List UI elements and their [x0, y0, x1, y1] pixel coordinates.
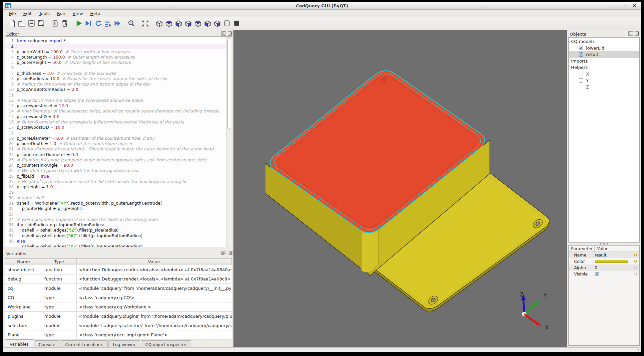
view-wireframe-button[interactable]	[222, 19, 232, 28]
variable-row[interactable]: cqmodule<module 'cadquery' from '/home/a…	[5, 284, 232, 293]
tree-item-z[interactable]: Z	[569, 84, 639, 90]
view-top-button[interactable]	[164, 19, 174, 28]
minimize-button[interactable]: −	[614, 3, 618, 8]
float-panel-icon[interactable]	[628, 31, 633, 36]
tab-cq-object-inspector[interactable]: CQ object inspector	[141, 340, 191, 348]
editor-scrollbar-thumb[interactable]	[227, 38, 231, 129]
line-number: 4	[5, 55, 17, 60]
tree-item-helpers[interactable]: Helpers	[569, 64, 639, 71]
save-file-button[interactable]	[27, 19, 36, 28]
axis-triad: Z Y X	[520, 292, 548, 331]
view-top-icon	[165, 19, 173, 28]
column-header[interactable]: Name	[5, 259, 42, 265]
variable-row[interactable]: Workplanetype<class 'cadquery.cq.Workpla…	[5, 302, 232, 312]
menu-item-help[interactable]: Help	[87, 11, 104, 16]
visibility-checkbox[interactable]	[579, 72, 583, 76]
maximize-button[interactable]: +	[623, 3, 627, 8]
variable-row[interactable]: debugfunction<function Debugger.render.<…	[5, 274, 232, 284]
debug-button[interactable]	[84, 19, 93, 28]
inspect-icon	[127, 19, 136, 28]
parameter-header: Parameter Value	[569, 246, 639, 252]
tab-current-traceback[interactable]: Current traceback	[61, 340, 108, 348]
toolbar-handle[interactable]	[4, 19, 6, 28]
visible-checkbox[interactable]	[595, 272, 599, 276]
tree-item-cq-models[interactable]: CQ models	[569, 38, 639, 45]
line-number: 28	[5, 184, 17, 190]
tree-item-x[interactable]: X	[569, 71, 639, 78]
resize-grip-icon[interactable]	[634, 348, 639, 352]
visibility-checkbox[interactable]	[579, 78, 583, 83]
code-line: 21# Outer diameter of countersink. Shoul…	[5, 146, 226, 152]
parameter-row-color[interactable]: Color↺	[569, 258, 639, 265]
step-into-button[interactable]	[103, 19, 113, 28]
editor-scrollbar[interactable]	[226, 37, 232, 247]
parameter-row-alpha[interactable]: Alpha0↺	[569, 265, 639, 271]
tab-console[interactable]: Console	[34, 340, 60, 348]
open-file-button[interactable]	[17, 19, 27, 28]
menu-item-edit[interactable]: Edit	[20, 11, 35, 16]
column-header[interactable]: Value	[77, 259, 232, 265]
close-button[interactable]: ✕	[632, 3, 636, 8]
parameter-value[interactable]: 0	[595, 265, 632, 270]
view-bottom-button[interactable]	[174, 19, 183, 28]
code-line: 33	[5, 212, 226, 217]
menu-item-file[interactable]: File	[5, 11, 20, 16]
parameter-value[interactable]	[595, 260, 632, 263]
delete-trace-button[interactable]	[60, 19, 70, 28]
parameter-value[interactable]: result	[595, 253, 632, 258]
tree-item-y[interactable]: Y	[569, 77, 639, 84]
reset-parameter-icon[interactable]: ↺	[632, 253, 639, 258]
viewport-3d[interactable]: Z Y X	[233, 30, 567, 347]
view-iso-button[interactable]	[155, 19, 164, 28]
close-panel-icon[interactable]	[635, 31, 639, 36]
code-text: # outer shell	[17, 195, 44, 201]
menu-item-run[interactable]: Run	[53, 11, 69, 16]
parameter-row-visible[interactable]: Visible↺	[569, 271, 639, 277]
variable-row[interactable]: selectorsmodule<module 'cadquery.selecto…	[5, 321, 232, 330]
visibility-checkbox[interactable]	[579, 52, 583, 57]
float-panel-icon[interactable]	[221, 31, 226, 36]
float-panel-icon[interactable]	[221, 251, 226, 255]
clear-trace-button[interactable]	[50, 19, 60, 28]
view-shaded-button[interactable]	[232, 19, 241, 28]
fit-view-button[interactable]	[141, 19, 150, 28]
menu-item-tools[interactable]: Tools	[35, 11, 53, 16]
close-panel-icon[interactable]	[228, 31, 232, 36]
tab-log-viewer[interactable]: Log viewer	[108, 340, 140, 348]
render-button[interactable]	[74, 19, 84, 28]
tree-item-imports[interactable]: Imports	[569, 58, 639, 65]
variable-row[interactable]: show_objectfunction<function Debugger.re…	[5, 265, 232, 274]
code-text: p_thickness = 3.0 # Thickness of the box…	[17, 71, 116, 76]
menu-item-view[interactable]: View	[69, 11, 87, 16]
titlebar[interactable]: cq CadQuery GUI (PyQT) − + ✕	[3, 2, 641, 10]
variable-row[interactable]: CQtype<class 'cadquery.cq.CQ'>	[5, 293, 232, 302]
view-left-button[interactable]	[203, 19, 212, 28]
parameter-row-name[interactable]: Nameresult↺	[569, 252, 639, 258]
panel-splitter[interactable]: ▪ ▪ ▪	[568, 243, 640, 245]
parameter-value[interactable]	[595, 272, 632, 276]
variable-row[interactable]: pluginsmodule<module 'cadquery.plugins' …	[5, 312, 232, 321]
inspect-button[interactable]	[127, 19, 136, 28]
visibility-checkbox[interactable]	[579, 46, 583, 50]
new-file-button[interactable]	[7, 19, 17, 28]
reset-parameter-icon[interactable]: ↺	[632, 265, 639, 270]
line-number: 9	[5, 82, 17, 87]
view-back-button[interactable]	[193, 19, 203, 28]
tree-item-lowerlid[interactable]: lowerLid	[569, 45, 639, 52]
view-front-button[interactable]	[183, 19, 193, 28]
code-area[interactable]: 1from cadquery import *23p_outerWidth = …	[5, 37, 226, 247]
visibility-checkbox[interactable]	[579, 85, 583, 89]
save-as-button[interactable]	[36, 19, 46, 28]
continue-button[interactable]	[113, 19, 122, 28]
column-header[interactable]: Type	[42, 259, 77, 265]
close-panel-icon[interactable]	[228, 251, 232, 255]
tab-variables[interactable]: Variables	[5, 339, 33, 348]
view-right-button[interactable]	[212, 19, 222, 28]
reset-parameter-icon[interactable]: ↺	[632, 259, 639, 264]
reset-parameter-icon[interactable]: ↺	[632, 271, 639, 276]
variable-row[interactable]: Planetype<class 'cadquery.occ_impl.geom.…	[5, 330, 232, 339]
color-swatch[interactable]	[595, 260, 628, 263]
step-over-button[interactable]	[93, 19, 103, 28]
tree-item-result[interactable]: result	[569, 51, 639, 58]
statusbar-button[interactable]	[625, 348, 629, 352]
